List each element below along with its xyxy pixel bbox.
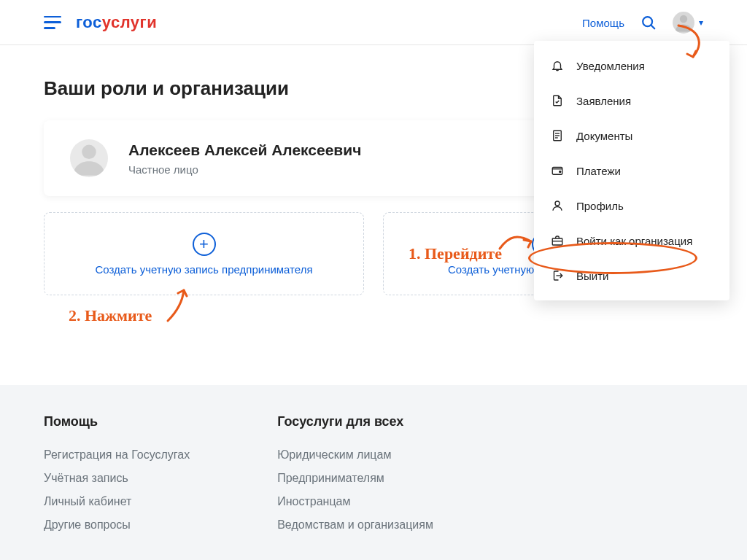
create-entrepreneur-card[interactable]: + Создать учетную запись предпринимателя <box>44 212 364 295</box>
footer-link[interactable]: Ведомствам и организациям <box>277 518 433 532</box>
avatar-icon <box>70 139 108 177</box>
dropdown-item-applications[interactable]: Заявления <box>534 83 729 118</box>
user-name: Алексеев Алексей Алексеевич <box>128 141 361 159</box>
dropdown-item-notifications[interactable]: Уведомления <box>534 48 729 83</box>
dropdown-item-label: Профиль <box>576 200 624 212</box>
footer-link[interactable]: Регистрация на Госуслугах <box>44 448 190 462</box>
svg-point-2 <box>680 15 688 23</box>
svg-point-9 <box>555 201 560 206</box>
wallet-icon <box>550 163 565 178</box>
profile-dropdown: Уведомления Заявления Документы Платежи … <box>534 41 729 300</box>
footer-link[interactable]: Предпринимателям <box>277 472 433 485</box>
dropdown-item-label: Документы <box>576 130 632 142</box>
footer-link[interactable]: Иностранцам <box>277 495 433 508</box>
footer-link[interactable]: Юридическим лицам <box>277 448 433 462</box>
footer: Помощь Регистрация на Госуслугах Учётная… <box>0 385 747 560</box>
footer-col-help: Помощь Регистрация на Госуслугах Учётная… <box>44 414 190 560</box>
logout-icon <box>550 268 565 283</box>
avatar-icon <box>673 12 694 34</box>
annotation-step2-text: 2. Нажмите <box>69 306 152 325</box>
dropdown-item-label: Уведомления <box>576 60 645 72</box>
document-icon <box>550 128 565 143</box>
chevron-down-icon: ▾ <box>699 18 703 28</box>
dropdown-item-profile[interactable]: Профиль <box>534 188 729 223</box>
search-icon[interactable] <box>640 15 657 31</box>
footer-col-for-all: Госуслуги для всех Юридическим лицам Пре… <box>277 414 433 560</box>
dropdown-item-label: Выйти <box>576 270 608 282</box>
dropdown-item-documents[interactable]: Документы <box>534 118 729 153</box>
note-icon <box>550 93 565 108</box>
menu-burger-icon[interactable] <box>44 16 61 29</box>
help-link[interactable]: Помощь <box>582 17 624 29</box>
dropdown-item-label: Платежи <box>576 165 621 177</box>
logo-part-blue: гос <box>76 13 102 31</box>
plus-icon: + <box>193 233 216 256</box>
header: госуслуги Помощь ▾ <box>0 0 747 45</box>
footer-link[interactable]: Другие вопросы <box>44 518 190 532</box>
action-label: Создать учетную запись предпринимателя <box>95 263 312 276</box>
dropdown-item-payments[interactable]: Платежи <box>534 153 729 188</box>
svg-point-13 <box>82 145 96 160</box>
briefcase-icon <box>550 233 565 248</box>
footer-link[interactable]: Учётная запись <box>44 472 190 485</box>
footer-col-title: Помощь <box>44 414 190 429</box>
dropdown-item-login-as-org[interactable]: Войти как организация <box>534 223 729 258</box>
profile-menu-trigger[interactable]: ▾ <box>673 12 703 34</box>
logo-part-red: услуги <box>102 13 158 31</box>
footer-col-title: Госуслуги для всех <box>277 414 433 429</box>
svg-rect-10 <box>552 238 562 245</box>
logo[interactable]: госуслуги <box>76 13 157 32</box>
dropdown-item-logout[interactable]: Выйти <box>534 258 729 293</box>
dropdown-item-label: Заявления <box>576 95 631 107</box>
svg-line-1 <box>651 26 655 29</box>
svg-point-8 <box>560 171 561 172</box>
person-icon <box>550 198 565 213</box>
dropdown-item-label: Войти как организация <box>576 235 692 247</box>
bell-icon <box>550 58 565 73</box>
footer-link[interactable]: Личный кабинет <box>44 495 190 508</box>
user-subtitle: Частное лицо <box>128 163 361 176</box>
